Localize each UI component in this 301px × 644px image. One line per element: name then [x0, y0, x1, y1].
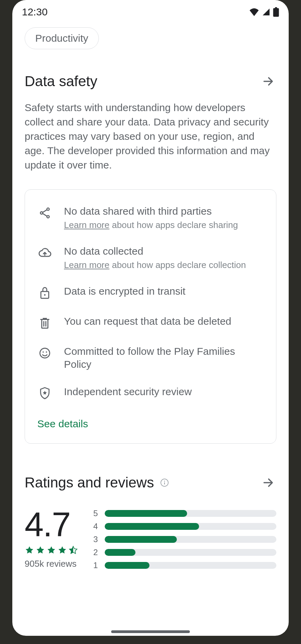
ds-item-title: Committed to follow the Play Families Po…: [64, 345, 264, 371]
category-chip-productivity[interactable]: Productivity: [25, 27, 99, 49]
cloud-upload-icon: [37, 245, 52, 260]
arrow-right-icon[interactable]: [260, 73, 276, 90]
shield-star-icon: [37, 386, 52, 401]
rating-bar-5: 5: [92, 509, 276, 518]
svg-point-1: [40, 212, 43, 214]
learn-more-link[interactable]: Learn more: [64, 220, 109, 230]
trash-icon: [37, 316, 52, 331]
wifi-icon: [249, 8, 259, 16]
ds-item-title: No data shared with third parties: [64, 205, 238, 218]
rating-distribution: 5 4 3 2 1: [92, 509, 276, 570]
lock-icon: [37, 285, 52, 300]
rating-bar-3: 3: [92, 535, 276, 544]
data-safety-card: No data shared with third parties Learn …: [25, 189, 276, 444]
ds-item-no-collect: No data collected Learn more about how a…: [37, 245, 264, 270]
status-time: 12:30: [22, 6, 48, 18]
status-bar: 12:30: [12, 0, 289, 21]
arrow-right-icon[interactable]: [260, 474, 276, 491]
battery-icon: [273, 7, 279, 17]
svg-line-4: [43, 214, 47, 216]
star-rating: [25, 546, 78, 555]
data-safety-header[interactable]: Data safety: [25, 73, 276, 90]
svg-point-11: [46, 351, 47, 353]
data-safety-description: Safety starts with understanding how dev…: [25, 100, 276, 172]
status-indicators: [249, 7, 279, 17]
share-icon: [37, 205, 52, 220]
ratings-title: Ratings and reviews: [25, 474, 154, 491]
ratings-summary: 4.7 905k reviews 5 4: [25, 507, 276, 570]
phone-screen: 12:30 Productivity Data safety Safety st…: [12, 0, 289, 636]
rating-bar-4: 4: [92, 522, 276, 531]
star-icon: [25, 546, 34, 555]
ds-item-sub: Learn more about how apps declare sharin…: [64, 220, 238, 230]
svg-point-10: [42, 351, 44, 353]
learn-more-link[interactable]: Learn more: [64, 260, 109, 270]
ds-item-title: You can request that data be deleted: [64, 315, 231, 331]
ds-item-encrypted: Data is encrypted in transit: [37, 285, 264, 300]
ds-item-delete: You can request that data be deleted: [37, 315, 264, 331]
ds-item-no-share: No data shared with third parties Learn …: [37, 205, 264, 230]
star-icon: [36, 546, 45, 555]
families-icon: [37, 346, 52, 361]
ds-item-sub: Learn more about how apps declare collec…: [64, 260, 246, 270]
ds-item-families: Committed to follow the Play Families Po…: [37, 345, 264, 371]
cellular-icon: [261, 8, 271, 16]
bar-fill: [105, 510, 187, 517]
ratings-header[interactable]: Ratings and reviews: [25, 474, 276, 491]
see-details-button[interactable]: See details: [37, 418, 264, 430]
rating-bar-1: 1: [92, 561, 276, 570]
ds-item-title: No data collected: [64, 245, 246, 258]
bar-fill: [105, 562, 149, 569]
review-count: 905k reviews: [25, 559, 78, 569]
bar-fill: [105, 536, 177, 543]
ds-item-title: Independent security review: [64, 385, 192, 401]
bar-fill: [105, 549, 135, 556]
svg-point-2: [47, 216, 49, 218]
svg-point-9: [40, 348, 50, 358]
svg-point-13: [164, 481, 165, 482]
rating-score: 4.7: [25, 507, 78, 541]
bar-fill: [105, 523, 199, 530]
data-safety-title: Data safety: [25, 73, 97, 90]
star-icon: [57, 546, 67, 555]
ds-item-security-review: Independent security review: [37, 385, 264, 401]
star-icon: [47, 546, 56, 555]
ds-item-title: Data is encrypted in transit: [64, 285, 185, 300]
scrollbar-horizontal[interactable]: [111, 630, 190, 633]
rating-bar-2: 2: [92, 548, 276, 557]
svg-point-0: [47, 208, 49, 210]
svg-line-3: [43, 210, 47, 213]
svg-point-6: [44, 294, 46, 296]
info-icon[interactable]: [160, 478, 169, 487]
svg-rect-14: [164, 482, 165, 485]
star-half-icon: [68, 546, 78, 555]
